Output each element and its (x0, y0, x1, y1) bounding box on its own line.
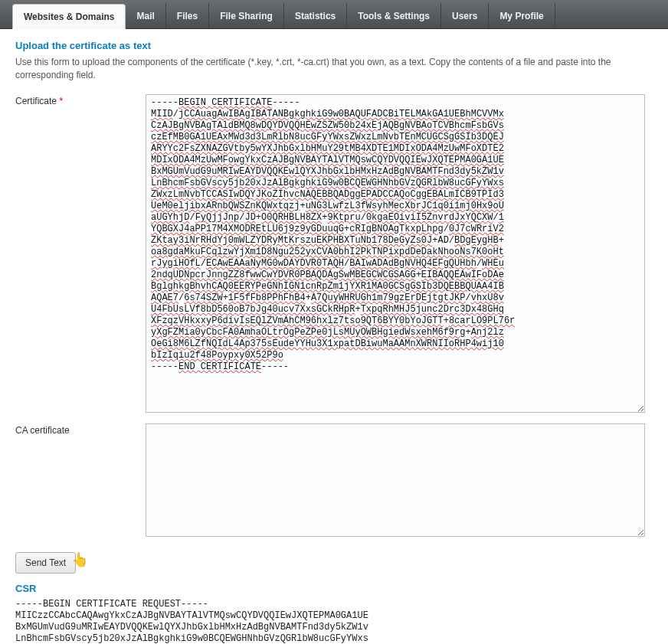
tab-statistics[interactable]: Statistics (284, 3, 347, 28)
tab-users[interactable]: Users (441, 3, 489, 28)
certificate-textarea[interactable]: -----BEGIN CERTIFICATE-----MIID/jCCAuagA… (146, 94, 645, 413)
tab-websites-domains[interactable]: Websites & Domains (12, 4, 126, 29)
section-title: Upload the certificate as text (15, 40, 653, 51)
certificate-label: Certificate * (15, 94, 146, 106)
form-description: Use this form to upload the components o… (15, 56, 643, 82)
csr-section-title[interactable]: CSR (15, 583, 653, 594)
tab-mail[interactable]: Mail (126, 3, 165, 28)
tab-my-profile[interactable]: My Profile (489, 3, 555, 28)
tab-files[interactable]: Files (166, 3, 209, 28)
tab-file-sharing[interactable]: File Sharing (209, 3, 284, 28)
form-content: Upload the certificate as text Use this … (0, 29, 668, 644)
send-text-button[interactable]: Send Text (15, 552, 76, 574)
tab-tools-settings[interactable]: Tools & Settings (347, 3, 441, 28)
ca-certificate-textarea[interactable] (146, 423, 645, 537)
main-tabs: Websites & Domains Mail Files File Shari… (0, 0, 668, 29)
csr-text-block: -----BEGIN CERTIFICATE REQUEST----- MIIC… (15, 599, 653, 644)
ca-certificate-label: CA certificate (15, 423, 146, 436)
